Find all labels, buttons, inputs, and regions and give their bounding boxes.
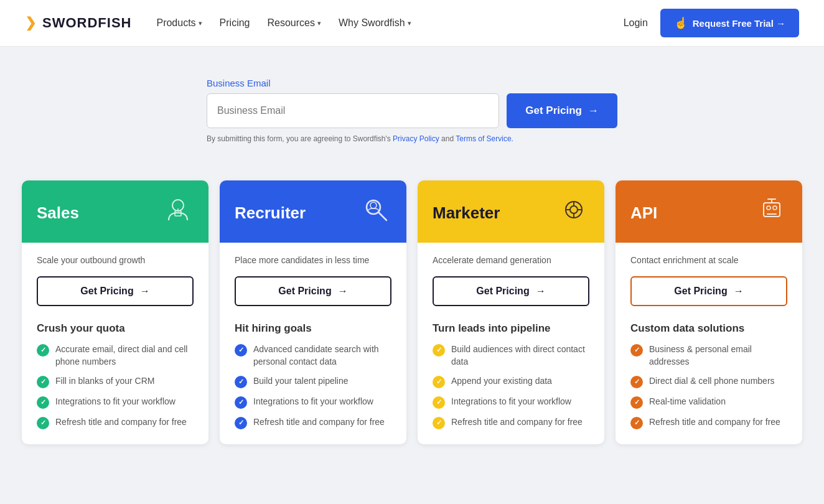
nav-resources[interactable]: Resources ▾ bbox=[268, 17, 321, 29]
check-icon: ✓ bbox=[37, 417, 49, 429]
get-pricing-hero-button[interactable]: Get Pricing → bbox=[507, 93, 617, 128]
logo-arrow-icon: ❯ bbox=[25, 15, 36, 31]
check-icon: ✓ bbox=[630, 376, 643, 388]
list-item: ✓ Refresh title and company for free bbox=[37, 416, 194, 429]
api-get-pricing-button[interactable]: Get Pricing → bbox=[630, 276, 787, 306]
email-field-label: Business Email bbox=[207, 78, 271, 88]
list-item: ✓ Advanced candidate search with persona… bbox=[235, 343, 391, 368]
sales-card-body: Scale your outbound growth Get Pricing →… bbox=[22, 243, 208, 444]
request-trial-button[interactable]: ☝️ Request Free Trial → bbox=[660, 9, 799, 37]
recruiter-icon bbox=[360, 194, 391, 231]
api-card-header: API bbox=[616, 180, 802, 243]
list-item: ✓ Real-time validation bbox=[630, 396, 787, 409]
nav-products[interactable]: Products ▾ bbox=[156, 17, 202, 29]
check-icon: ✓ bbox=[630, 417, 643, 429]
marketer-card-header: Marketer bbox=[418, 180, 604, 243]
recruiter-feature-list: ✓ Advanced candidate search with persona… bbox=[235, 343, 391, 429]
hero-form-section: Business Email Get Pricing → By submitti… bbox=[0, 47, 824, 168]
marketer-plan-card: Marketer Accelerate demand generation Ge… bbox=[418, 180, 604, 444]
privacy-policy-link[interactable]: Privacy Policy bbox=[393, 134, 439, 143]
list-item: ✓ Fill in blanks of your CRM bbox=[37, 375, 194, 388]
svg-point-14 bbox=[773, 206, 777, 210]
check-icon: ✓ bbox=[235, 417, 247, 429]
check-icon: ✓ bbox=[433, 376, 445, 388]
logo-text: SWORDFISH bbox=[42, 15, 131, 31]
marketer-card-body: Accelerate demand generation Get Pricing… bbox=[418, 243, 604, 444]
svg-point-5 bbox=[370, 202, 377, 208]
list-item: ✓ Integrations to fit your workflow bbox=[235, 396, 391, 409]
sales-subtitle: Scale your outbound growth bbox=[37, 255, 194, 265]
list-item: ✓ Refresh title and company for free bbox=[630, 416, 787, 429]
recruiter-get-pricing-button[interactable]: Get Pricing → bbox=[235, 276, 391, 306]
marketer-feature-list: ✓ Build audiences with direct contact da… bbox=[433, 343, 589, 429]
login-link[interactable]: Login bbox=[624, 17, 648, 29]
list-item: ✓ Accurate email, direct dial and cell p… bbox=[37, 343, 194, 368]
list-item: ✓ Refresh title and company for free bbox=[433, 416, 589, 429]
nav-pricing[interactable]: Pricing bbox=[220, 17, 250, 29]
chevron-down-icon: ▾ bbox=[408, 19, 411, 27]
marketer-get-pricing-button[interactable]: Get Pricing → bbox=[433, 276, 589, 306]
api-subtitle: Contact enrichment at scale bbox=[630, 255, 787, 265]
list-item: ✓ Refresh title and company for free bbox=[235, 416, 391, 429]
sales-plan-title: Sales bbox=[37, 203, 79, 223]
list-item: ✓ Integrations to fit your workflow bbox=[37, 396, 194, 409]
sales-plan-card: Sales Scale your outbound growth Get Pri… bbox=[22, 180, 208, 444]
arrow-icon: → bbox=[536, 286, 546, 297]
sales-feature-list: ✓ Accurate email, direct dial and cell p… bbox=[37, 343, 194, 429]
plans-section: Sales Scale your outbound growth Get Pri… bbox=[0, 168, 824, 469]
svg-point-13 bbox=[767, 206, 770, 210]
business-email-input[interactable] bbox=[207, 93, 499, 128]
nav-right: Login ☝️ Request Free Trial → bbox=[624, 9, 799, 37]
sales-icon bbox=[162, 194, 194, 231]
nav-why-swordfish[interactable]: Why Swordfish ▾ bbox=[339, 17, 411, 29]
chevron-down-icon: ▾ bbox=[317, 19, 321, 27]
api-card-body: Contact enrichment at scale Get Pricing … bbox=[616, 243, 802, 444]
recruiter-feature-title: Hit hiring goals bbox=[235, 322, 391, 335]
recruiter-card-header: Recruiter bbox=[220, 180, 406, 243]
list-item: ✓ Integrations to fit your workflow bbox=[433, 396, 589, 409]
arrow-icon: → bbox=[734, 286, 744, 297]
nav-links: Products ▾ Pricing Resources ▾ Why Sword… bbox=[156, 17, 623, 29]
marketer-subtitle: Accelerate demand generation bbox=[433, 255, 589, 265]
logo[interactable]: ❯ SWORDFISH bbox=[25, 15, 131, 31]
list-item: ✓ Append your existing data bbox=[433, 375, 589, 388]
check-icon: ✓ bbox=[433, 396, 445, 409]
check-icon: ✓ bbox=[37, 376, 49, 388]
marketer-feature-title: Turn leads into pipeline bbox=[433, 322, 589, 335]
arrow-icon: → bbox=[140, 286, 150, 297]
chevron-down-icon: ▾ bbox=[199, 19, 202, 27]
check-icon: ✓ bbox=[37, 396, 49, 409]
check-icon: ✓ bbox=[235, 396, 247, 409]
check-icon: ✓ bbox=[235, 376, 247, 388]
check-icon: ✓ bbox=[433, 417, 445, 429]
terms-link[interactable]: Terms of Service. bbox=[456, 134, 513, 143]
api-plan-card: API Contact enrichment at scale Get Pric… bbox=[616, 180, 802, 444]
list-item: ✓ Build your talent pipeline bbox=[235, 375, 391, 388]
check-icon: ✓ bbox=[37, 344, 49, 357]
check-icon: ✓ bbox=[630, 396, 643, 409]
check-icon: ✓ bbox=[433, 344, 445, 357]
sales-feature-title: Crush your quota bbox=[37, 322, 194, 335]
arrow-icon: → bbox=[588, 105, 599, 117]
sales-card-header: Sales bbox=[22, 180, 208, 243]
list-item: ✓ Business & personal email addresses bbox=[630, 343, 787, 368]
recruiter-card-body: Place more candidates in less time Get P… bbox=[220, 243, 406, 444]
form-disclaimer: By submitting this form, you are agreein… bbox=[207, 134, 617, 143]
list-item: ✓ Direct dial & cell phone numbers bbox=[630, 375, 787, 388]
recruiter-subtitle: Place more candidates in less time bbox=[235, 255, 391, 265]
api-feature-title: Custom data solutions bbox=[630, 322, 787, 335]
cursor-icon: ☝️ bbox=[674, 16, 688, 30]
api-icon bbox=[756, 194, 787, 231]
list-item: ✓ Build audiences with direct contact da… bbox=[433, 343, 589, 368]
check-icon: ✓ bbox=[235, 344, 247, 357]
sales-get-pricing-button[interactable]: Get Pricing → bbox=[37, 276, 194, 306]
form-row: Get Pricing → bbox=[207, 93, 617, 128]
navbar: ❯ SWORDFISH Products ▾ Pricing Resources… bbox=[0, 0, 824, 47]
recruiter-plan-card: Recruiter Place more candidates in less … bbox=[220, 180, 406, 444]
check-icon: ✓ bbox=[630, 344, 643, 357]
recruiter-plan-title: Recruiter bbox=[235, 203, 306, 223]
api-feature-list: ✓ Business & personal email addresses ✓ … bbox=[630, 343, 787, 429]
marketer-plan-title: Marketer bbox=[433, 203, 500, 223]
svg-line-4 bbox=[378, 212, 386, 220]
api-plan-title: API bbox=[630, 203, 657, 223]
